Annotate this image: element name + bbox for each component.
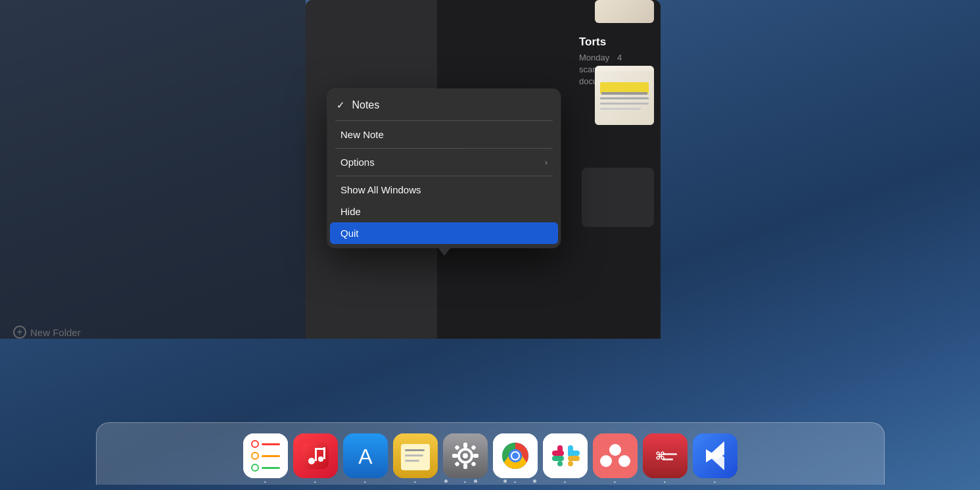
svg-rect-9 (401, 444, 430, 470)
menu-separator-1 (335, 120, 553, 121)
dock-item-music[interactable] (293, 433, 338, 478)
svg-rect-43 (643, 433, 688, 478)
options-label: Options (340, 157, 375, 168)
dock-dot-2 (474, 479, 477, 483)
left-panel (0, 0, 306, 339)
svg-rect-38 (568, 456, 580, 461)
new-note-label: New Note (340, 129, 384, 140)
svg-rect-46 (663, 458, 673, 460)
dock-item-asana[interactable] (593, 433, 638, 478)
svg-point-40 (609, 444, 621, 456)
svg-point-1 (308, 458, 315, 464)
dock-dot-4 (533, 479, 536, 483)
menu-item-hide[interactable]: Hide (327, 201, 561, 222)
checkmark-icon: ✓ (337, 99, 345, 110)
reminder-line-3 (251, 464, 280, 472)
svg-rect-11 (405, 454, 423, 456)
svg-point-29 (512, 453, 519, 459)
svg-rect-36 (552, 456, 564, 461)
svg-rect-5 (315, 448, 325, 450)
quit-label: Quit (340, 228, 359, 239)
chevron-right-icon: › (545, 157, 548, 167)
menu-separator-2 (335, 148, 553, 149)
dock: A (0, 427, 980, 485)
dock-dots (444, 479, 536, 483)
svg-rect-30 (543, 433, 588, 478)
reminder-line-1 (251, 440, 280, 448)
dock-item-notes[interactable] (393, 433, 438, 478)
dock-item-chrome[interactable] (493, 433, 538, 478)
context-menu: ✓ Notes New Note Options › Show All Wind… (327, 89, 561, 248)
note-day: Monday (579, 53, 609, 62)
menu-item-quit[interactable]: Quit (330, 222, 558, 244)
svg-rect-10 (405, 449, 425, 451)
svg-rect-45 (663, 453, 677, 455)
dock-dot-1 (444, 479, 448, 483)
svg-point-42 (618, 455, 630, 467)
svg-rect-18 (452, 454, 457, 458)
svg-rect-12 (405, 460, 419, 462)
reminder-line-2 (251, 452, 280, 460)
dock-item-vscode[interactable] (693, 433, 737, 478)
dock-background (96, 422, 885, 485)
svg-rect-37 (568, 461, 573, 466)
dock-dot-3 (503, 479, 507, 483)
menu-notes-label: Notes (352, 99, 379, 110)
dock-item-warp[interactable]: ⌘ (643, 433, 688, 478)
svg-rect-19 (473, 454, 478, 458)
note-title: Torts (579, 36, 650, 49)
svg-text:A: A (358, 445, 373, 468)
note-dark-rect (582, 168, 654, 227)
note-thumbnail (595, 66, 654, 125)
menu-item-notes[interactable]: ✓ Notes (327, 93, 561, 118)
hide-label: Hide (340, 206, 361, 217)
svg-text:⌘: ⌘ (656, 448, 665, 464)
svg-rect-17 (463, 464, 467, 469)
new-folder-label: New Folder (30, 327, 81, 338)
svg-point-2 (318, 456, 323, 462)
menu-separator-3 (335, 176, 553, 176)
dock-item-slack[interactable] (543, 433, 588, 478)
menu-item-show-all-windows[interactable]: Show All Windows (327, 179, 561, 201)
dock-item-system-preferences[interactable] (443, 433, 488, 478)
svg-point-41 (600, 455, 612, 467)
svg-rect-34 (568, 451, 580, 456)
plus-icon: + (13, 326, 26, 339)
svg-rect-32 (552, 451, 564, 456)
dock-item-reminders[interactable] (243, 433, 288, 478)
menu-item-new-note[interactable]: New Note (327, 124, 561, 145)
svg-rect-16 (463, 443, 467, 448)
menu-item-options[interactable]: Options › (327, 151, 561, 173)
dock-item-app-store[interactable]: A (343, 433, 388, 478)
svg-point-15 (463, 453, 468, 458)
show-all-windows-label: Show All Windows (340, 184, 421, 195)
svg-rect-35 (557, 461, 563, 466)
new-folder-button[interactable]: + New Folder (13, 326, 81, 339)
